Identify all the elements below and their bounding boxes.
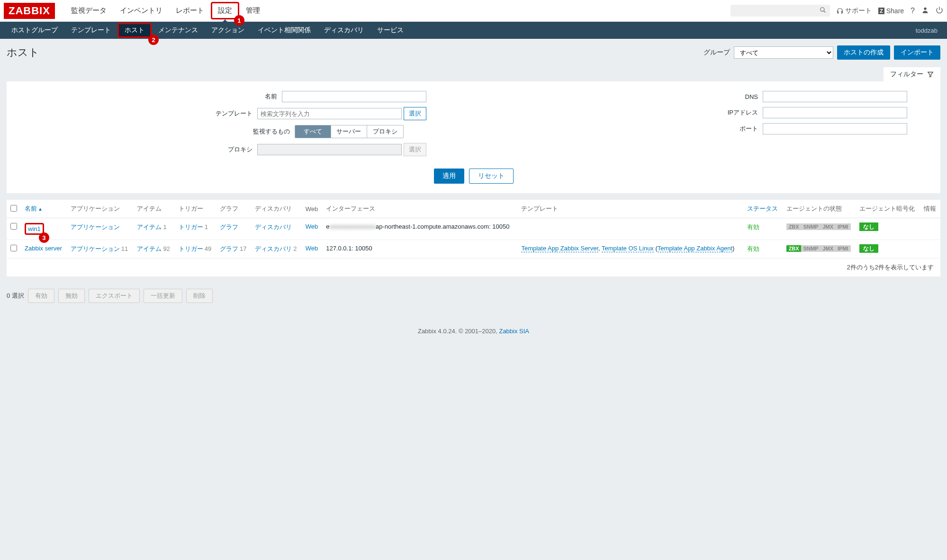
zabbix-logo[interactable]: ZABBIX bbox=[4, 3, 55, 19]
subnav-discovery[interactable]: ディスカバリ bbox=[317, 22, 370, 38]
annotation-3: 3 bbox=[39, 232, 49, 243]
filter-port-input[interactable] bbox=[763, 123, 907, 134]
subnav-hosts[interactable]: ホスト 2 bbox=[117, 23, 152, 38]
filter-templates-select-button[interactable]: 選択 bbox=[404, 107, 426, 120]
user-icon[interactable] bbox=[921, 6, 929, 16]
col-web[interactable]: Web bbox=[302, 200, 322, 218]
subnav-hostgroups[interactable]: ホストグループ bbox=[5, 22, 64, 38]
create-host-button[interactable]: ホストの作成 bbox=[837, 45, 890, 60]
col-items[interactable]: アイテム bbox=[133, 200, 174, 218]
filter-toggle[interactable]: フィルター bbox=[884, 67, 940, 81]
nav-monitoring[interactable]: 監視データ bbox=[64, 1, 113, 20]
subnav-services[interactable]: サービス bbox=[370, 22, 410, 38]
host-name-link[interactable]: win1 bbox=[28, 225, 41, 232]
web-link[interactable]: Web bbox=[306, 223, 318, 230]
template-link[interactable]: Template App Zabbix Agent bbox=[658, 245, 732, 252]
filter-templates-input[interactable] bbox=[257, 108, 402, 119]
filter-reset-button[interactable]: リセット bbox=[469, 169, 514, 184]
filter-dns-input[interactable] bbox=[763, 91, 907, 102]
seg-all[interactable]: すべて bbox=[295, 125, 331, 138]
status-link[interactable]: 有効 bbox=[747, 245, 759, 252]
nav-inventory[interactable]: インベントリ bbox=[113, 1, 169, 20]
seg-proxy[interactable]: プロキシ bbox=[367, 125, 403, 138]
col-templates: テンプレート bbox=[517, 200, 743, 218]
col-status[interactable]: ステータス bbox=[743, 200, 783, 218]
subnav-actions[interactable]: アクション bbox=[205, 22, 251, 38]
table-row: win1 3 アプリケーション アイテム1 トリガー1 グラフ ディスカバリ W… bbox=[7, 218, 940, 240]
filter-ip-input[interactable] bbox=[763, 107, 907, 118]
global-search[interactable] bbox=[731, 5, 830, 17]
subnav-maintenance[interactable]: メンテナンス bbox=[152, 22, 205, 38]
group-select[interactable]: すべて bbox=[734, 46, 833, 59]
hosts-table: 名前▲ アプリケーション アイテム トリガー グラフ ディスカバリ Web イン… bbox=[7, 200, 940, 258]
delete-button: 削除 bbox=[186, 289, 213, 303]
top-nav: 監視データ インベントリ レポート 設定 1 管理 bbox=[64, 1, 731, 20]
agent-snmp-badge: SNMP bbox=[801, 223, 821, 230]
web-link[interactable]: Web bbox=[306, 245, 318, 252]
share-link[interactable]: Z Share bbox=[878, 7, 904, 15]
graphs-link[interactable]: グラフ bbox=[220, 245, 238, 252]
filter-proxy-label: プロキシ bbox=[228, 145, 253, 154]
nav-config-label: 設定 bbox=[218, 6, 232, 14]
col-graphs[interactable]: グラフ bbox=[216, 200, 251, 218]
templates-cell: Template App Zabbix Server, Template OS … bbox=[517, 240, 743, 258]
svg-marker-4 bbox=[928, 72, 933, 77]
discovery-link[interactable]: ディスカバリ bbox=[255, 245, 292, 252]
support-link[interactable]: サポート bbox=[837, 7, 872, 15]
filter-monitored-segments: すべて サーバー プロキシ bbox=[295, 125, 404, 138]
top-bar: ZABBIX 監視データ インベントリ レポート 設定 1 管理 サポート Z … bbox=[0, 0, 947, 22]
filter-label: フィルター bbox=[890, 70, 923, 79]
page-header: ホスト グループ すべて ホストの作成 インポート bbox=[0, 39, 947, 67]
mass-update-button: 一括更新 bbox=[144, 289, 182, 303]
col-discovery[interactable]: ディスカバリ bbox=[251, 200, 302, 218]
triggers-count: 49 bbox=[205, 245, 211, 252]
triggers-link[interactable]: トリガー bbox=[179, 223, 203, 231]
seg-server[interactable]: サーバー bbox=[331, 125, 367, 138]
filter-port-label: ポート bbox=[740, 124, 758, 133]
items-link[interactable]: アイテム bbox=[137, 223, 162, 231]
col-applications[interactable]: アプリケーション bbox=[67, 200, 134, 218]
search-icon[interactable] bbox=[820, 7, 826, 15]
import-button[interactable]: インポート bbox=[894, 45, 940, 60]
discovery-link[interactable]: ディスカバリ bbox=[255, 223, 292, 231]
interface-cell: exxxxxxxxxxxxxxxap-northeast-1.compute.a… bbox=[322, 218, 517, 240]
filter-name-input[interactable] bbox=[282, 91, 426, 102]
current-user[interactable]: toddzab bbox=[916, 27, 942, 34]
template-link[interactable]: Template App Zabbix Server bbox=[521, 245, 598, 252]
agent-zbx-badge: ZBX bbox=[786, 245, 802, 252]
col-availability: エージェントの状態 bbox=[783, 200, 856, 218]
agent-snmp-badge: SNMP bbox=[801, 245, 821, 252]
subnav-correlation[interactable]: イベント相関関係 bbox=[251, 22, 317, 38]
agent-zbx-badge: ZBX bbox=[786, 223, 802, 230]
items-link[interactable]: アイテム bbox=[137, 245, 162, 252]
headset-icon bbox=[837, 8, 843, 14]
host-name-link[interactable]: Zabbix server bbox=[25, 245, 62, 252]
availability-cell: ZBXSNMPJMXIPMI bbox=[783, 240, 856, 258]
row-checkbox[interactable] bbox=[10, 245, 17, 251]
nav-admin[interactable]: 管理 bbox=[239, 1, 267, 20]
power-icon[interactable] bbox=[936, 6, 943, 16]
filter-name-label: 名前 bbox=[265, 92, 277, 101]
help-icon[interactable]: ? bbox=[911, 7, 915, 15]
applications-link[interactable]: アプリケーション bbox=[71, 245, 120, 252]
export-button: エクスポート bbox=[89, 289, 140, 303]
col-name[interactable]: 名前▲ bbox=[21, 200, 67, 218]
col-triggers[interactable]: トリガー bbox=[175, 200, 216, 218]
status-link[interactable]: 有効 bbox=[747, 223, 759, 231]
discovery-count: 2 bbox=[293, 245, 297, 252]
template-link[interactable]: Template OS Linux bbox=[602, 245, 654, 252]
svg-line-1 bbox=[824, 11, 826, 13]
agent-jmx-badge: JMX bbox=[820, 245, 836, 252]
subnav-templates[interactable]: テンプレート bbox=[64, 22, 117, 38]
row-checkbox[interactable] bbox=[10, 223, 17, 230]
footer-link[interactable]: Zabbix SIA bbox=[499, 328, 529, 335]
graphs-link[interactable]: グラフ bbox=[220, 223, 238, 231]
search-input[interactable] bbox=[734, 7, 820, 14]
nav-reports[interactable]: レポート bbox=[169, 1, 211, 20]
select-all-checkbox[interactable] bbox=[10, 205, 17, 212]
triggers-link[interactable]: トリガー bbox=[179, 245, 203, 252]
nav-config[interactable]: 設定 1 bbox=[211, 2, 239, 19]
filter-apply-button[interactable]: 適用 bbox=[434, 169, 464, 184]
topbar-right: サポート Z Share ? bbox=[731, 5, 943, 17]
applications-link[interactable]: アプリケーション bbox=[71, 223, 120, 231]
